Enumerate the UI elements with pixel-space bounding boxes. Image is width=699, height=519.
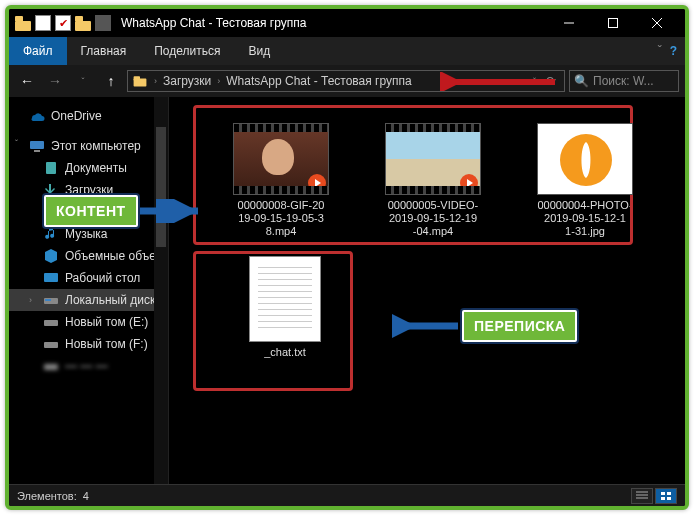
sidebar-item-label: OneDrive — [51, 109, 102, 123]
sidebar-item-label: Документы — [65, 161, 127, 175]
tab-share[interactable]: Поделиться — [140, 37, 234, 65]
ribbon: Файл Главная Поделиться Вид ˇ ? — [9, 37, 685, 65]
sidebar-item-desktop[interactable]: Рабочий стол — [9, 267, 168, 289]
nav-up-button[interactable]: ↑ — [99, 69, 123, 93]
sidebar-item-onedrive[interactable]: OneDrive — [9, 105, 168, 127]
folder-icon — [132, 73, 148, 89]
maximize-button[interactable] — [591, 9, 635, 37]
sidebar-item-documents[interactable]: Документы — [9, 157, 168, 179]
arrow-right-icon — [138, 199, 208, 223]
drive-icon — [43, 336, 59, 352]
close-button[interactable] — [635, 9, 679, 37]
chevron-right-icon[interactable]: › — [29, 295, 32, 305]
nav-back-button[interactable]: ← — [15, 69, 39, 93]
sidebar-item-newf[interactable]: Новый том (F:) — [9, 333, 168, 355]
nav-row: ← → ˇ ↑ › Загрузки › WhatsApp Chat - Тес… — [9, 65, 685, 97]
svg-rect-15 — [667, 492, 671, 495]
sidebar-item-label: Рабочий стол — [65, 271, 140, 285]
arrow-left-icon — [392, 314, 462, 338]
qat-item[interactable] — [35, 15, 51, 31]
drive-icon — [43, 314, 59, 330]
sidebar-item-label: — — — — [65, 359, 108, 373]
titlebar: ✔ WhatsApp Chat - Тестовая группа — [9, 9, 685, 37]
sidebar-item-label: Музыка — [65, 227, 107, 241]
tab-file[interactable]: Файл — [9, 37, 67, 65]
video-thumbnail — [385, 123, 481, 195]
text-file-icon — [249, 256, 321, 342]
ribbon-collapse-icon[interactable]: ˇ — [658, 44, 662, 58]
svg-rect-17 — [667, 497, 671, 500]
annotation-label: КОНТЕНТ — [44, 195, 138, 227]
annotation-chat: ПЕРЕПИСКА — [392, 310, 577, 342]
annotation-content: КОНТЕНТ — [44, 195, 208, 227]
svg-rect-0 — [609, 19, 618, 28]
pc-icon — [29, 138, 45, 154]
sidebar-item-label: Новый том (F:) — [65, 337, 148, 351]
play-badge-icon — [308, 174, 326, 192]
address-bar[interactable]: › Загрузки › WhatsApp Chat - Тестовая гр… — [127, 70, 565, 92]
play-badge-icon — [460, 174, 478, 192]
music-icon — [43, 226, 59, 242]
onedrive-icon — [29, 108, 45, 124]
view-details-button[interactable] — [631, 488, 653, 504]
sidebar-item-thispc[interactable]: Этот компьютер — [9, 135, 168, 157]
svg-rect-10 — [44, 320, 58, 326]
chevron-right-icon[interactable]: › — [217, 76, 220, 86]
folder-icon-small[interactable] — [75, 15, 91, 31]
breadcrumb-current[interactable]: WhatsApp Chat - Тестовая группа — [226, 74, 411, 88]
svg-rect-4 — [46, 162, 56, 174]
help-icon[interactable]: ? — [670, 44, 677, 58]
svg-rect-16 — [661, 497, 665, 500]
sidebar-item-3dobjects[interactable]: Объемные объекты — [9, 245, 168, 267]
chevron-down-icon[interactable]: ˇ — [15, 138, 18, 148]
tab-home[interactable]: Главная — [67, 37, 141, 65]
separator — [95, 15, 111, 31]
quick-access-toolbar: ✔ — [15, 15, 111, 31]
sidebar-scrollbar[interactable] — [154, 97, 168, 484]
drive-icon — [43, 292, 59, 308]
svg-rect-14 — [661, 492, 665, 495]
statusbar: Элементов: 4 — [9, 484, 685, 506]
drive-icon — [43, 358, 59, 374]
chevron-right-icon[interactable]: › — [154, 76, 157, 86]
nav-recent-button[interactable]: ˇ — [71, 69, 95, 93]
sidebar-item-label: Этот компьютер — [51, 139, 141, 153]
documents-icon — [43, 160, 59, 176]
annotation-label: ПЕРЕПИСКА — [462, 310, 577, 342]
svg-rect-7 — [44, 273, 58, 282]
svg-rect-2 — [30, 141, 44, 149]
sidebar-item-label: Новый том (E:) — [65, 315, 148, 329]
minimize-button[interactable] — [547, 9, 591, 37]
sidebar-item-localc[interactable]: › Локальный диск (C:) — [9, 289, 168, 311]
folder-icon — [15, 15, 31, 31]
status-count-value: 4 — [83, 490, 89, 502]
navigation-pane: OneDrive ˇ Этот компьютер Документы Загр… — [9, 97, 169, 484]
breadcrumb-downloads[interactable]: Загрузки — [163, 74, 211, 88]
desktop-icon — [43, 270, 59, 286]
svg-rect-12 — [44, 364, 58, 370]
view-large-icons-button[interactable] — [655, 488, 677, 504]
objects3d-icon — [43, 248, 59, 264]
search-input[interactable]: 🔍 Поиск: W... — [569, 70, 679, 92]
window-title: WhatsApp Chat - Тестовая группа — [121, 16, 306, 30]
annotation-arrow-address — [440, 72, 560, 92]
image-thumbnail — [537, 123, 633, 195]
nav-forward-button[interactable]: → — [43, 69, 67, 93]
svg-rect-3 — [34, 150, 40, 152]
content-pane: 00000008-GIF-2019-09-15-19-05-38.mp4 000… — [169, 97, 685, 484]
search-icon: 🔍 — [574, 74, 589, 88]
svg-rect-11 — [44, 342, 58, 348]
sidebar-item-blurred[interactable]: — — — — [9, 355, 168, 377]
video-thumbnail — [233, 123, 329, 195]
qat-item[interactable]: ✔ — [55, 15, 71, 31]
status-count-label: Элементов: — [17, 490, 77, 502]
svg-rect-9 — [45, 299, 51, 301]
search-placeholder: Поиск: W... — [593, 74, 654, 88]
tab-view[interactable]: Вид — [234, 37, 284, 65]
sidebar-item-newe[interactable]: Новый том (E:) — [9, 311, 168, 333]
